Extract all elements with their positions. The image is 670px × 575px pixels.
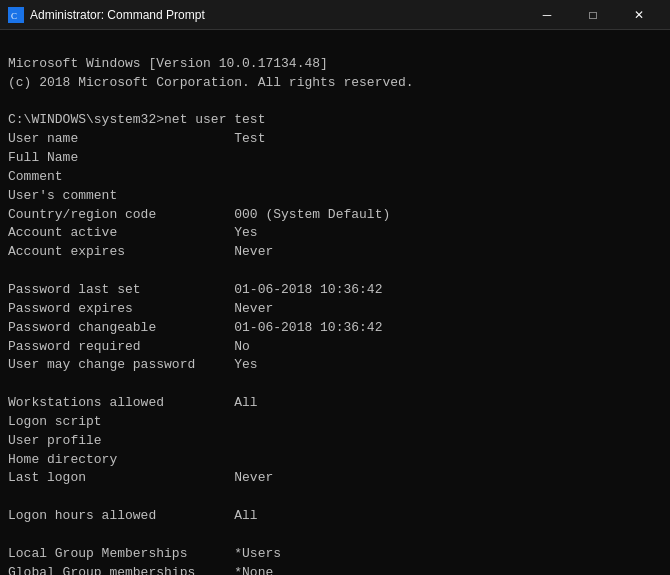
terminal-line: Global Group memberships *None [8, 564, 662, 575]
window-controls: ─ □ ✕ [524, 0, 662, 30]
terminal-line: C:\WINDOWS\system32>net user test [8, 111, 662, 130]
terminal-line: Password expires Never [8, 300, 662, 319]
terminal-line: Account expires Never [8, 243, 662, 262]
window-title: Administrator: Command Prompt [30, 8, 205, 22]
terminal-line: (c) 2018 Microsoft Corporation. All righ… [8, 74, 662, 93]
terminal-line: Password last set 01-06-2018 10:36:42 [8, 281, 662, 300]
terminal-line [8, 375, 662, 394]
terminal-line: Full Name [8, 149, 662, 168]
terminal-line: User name Test [8, 130, 662, 149]
terminal-line: Last logon Never [8, 469, 662, 488]
terminal-line: User's comment [8, 187, 662, 206]
terminal-line: Logon script [8, 413, 662, 432]
terminal-line [8, 262, 662, 281]
terminal-body: Microsoft Windows [Version 10.0.17134.48… [0, 30, 670, 575]
terminal-line: Account active Yes [8, 224, 662, 243]
terminal-line: Workstations allowed All [8, 394, 662, 413]
terminal-line [8, 488, 662, 507]
terminal-line: Comment [8, 168, 662, 187]
terminal-line: Country/region code 000 (System Default) [8, 206, 662, 225]
terminal-line: Password required No [8, 338, 662, 357]
close-button[interactable]: ✕ [616, 0, 662, 30]
title-bar: C Administrator: Command Prompt ─ □ ✕ [0, 0, 670, 30]
terminal-line: Password changeable 01-06-2018 10:36:42 [8, 319, 662, 338]
terminal-line: Local Group Memberships *Users [8, 545, 662, 564]
maximize-button[interactable]: □ [570, 0, 616, 30]
cmd-icon: C [8, 7, 24, 23]
terminal-line [8, 526, 662, 545]
terminal-line [8, 93, 662, 112]
terminal-line: User may change password Yes [8, 356, 662, 375]
terminal-line: Home directory [8, 451, 662, 470]
minimize-button[interactable]: ─ [524, 0, 570, 30]
terminal-line: User profile [8, 432, 662, 451]
terminal-line: Logon hours allowed All [8, 507, 662, 526]
terminal-line: Microsoft Windows [Version 10.0.17134.48… [8, 55, 662, 74]
title-bar-left: C Administrator: Command Prompt [8, 7, 205, 23]
svg-text:C: C [11, 11, 17, 21]
